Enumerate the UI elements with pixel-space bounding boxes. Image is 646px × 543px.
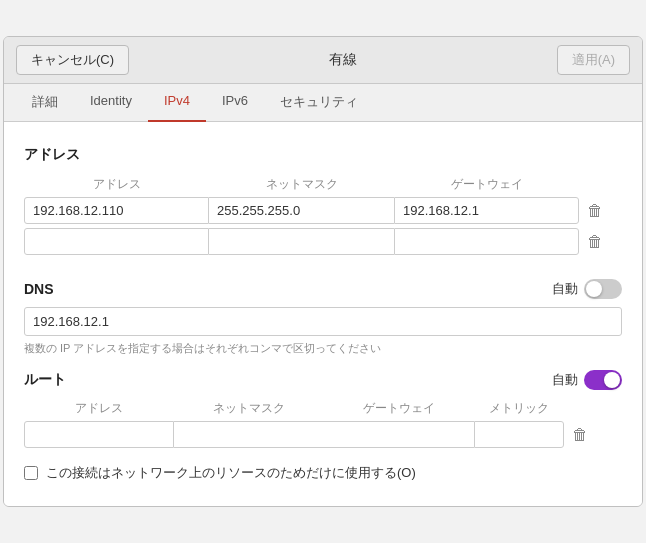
- address-row1-delete-button[interactable]: 🗑: [579, 198, 611, 224]
- window-title: 有線: [329, 51, 357, 69]
- tab-identity[interactable]: Identity: [74, 84, 148, 122]
- address-row2-gateway[interactable]: [394, 228, 579, 255]
- col-header-address: アドレス: [24, 176, 209, 193]
- tab-detail[interactable]: 詳細: [16, 84, 74, 122]
- tab-bar: 詳細 Identity IPv4 IPv6 セキュリティ: [4, 84, 642, 122]
- address-section-title: アドレス: [24, 146, 622, 164]
- address-row2-address[interactable]: [24, 228, 209, 255]
- address-row2-netmask[interactable]: [209, 228, 394, 255]
- network-settings-window: キャンセル(C) 有線 適用(A) 詳細 Identity IPv4 IPv6 …: [3, 36, 643, 507]
- route-col-address: アドレス: [24, 400, 174, 417]
- resource-only-label[interactable]: この接続はネットワーク上のリソースのためだけに使用する(O): [46, 464, 416, 482]
- address-row1-address[interactable]: [24, 197, 209, 224]
- address-row1-gateway[interactable]: [394, 197, 579, 224]
- apply-button[interactable]: 適用(A): [557, 45, 630, 75]
- dns-header-row: DNS 自動: [24, 279, 622, 299]
- address-row-2: 🗑: [24, 228, 622, 255]
- route-row-1: 🗑: [24, 421, 622, 448]
- route-row1-metric[interactable]: [474, 421, 564, 448]
- address-table-header: アドレス ネットマスク ゲートウェイ: [24, 174, 622, 195]
- route-table-header: アドレス ネットマスク ゲートウェイ メトリック: [24, 398, 622, 419]
- route-row1-delete-button[interactable]: 🗑: [564, 422, 596, 448]
- tab-security[interactable]: セキュリティ: [264, 84, 374, 122]
- address-row-1: 🗑: [24, 197, 622, 224]
- address-row2-delete-button[interactable]: 🗑: [579, 229, 611, 255]
- dns-auto-toggle[interactable]: [584, 279, 622, 299]
- route-col-gateway: ゲートウェイ: [324, 400, 474, 417]
- dns-auto-label: 自動: [552, 280, 578, 298]
- route-auto-toggle[interactable]: [584, 370, 622, 390]
- resource-only-checkbox-row: この接続はネットワーク上のリソースのためだけに使用する(O): [24, 464, 622, 490]
- dns-hint: 複数の IP アドレスを指定する場合はそれぞれコンマで区切ってください: [24, 341, 622, 356]
- route-header-row: ルート 自動: [24, 370, 622, 390]
- col-header-gateway: ゲートウェイ: [394, 176, 579, 193]
- tab-ipv4[interactable]: IPv4: [148, 84, 206, 122]
- route-row1-address[interactable]: [24, 421, 174, 448]
- route-section-title: ルート: [24, 371, 66, 389]
- route-row1-netmask[interactable]: [174, 421, 324, 448]
- dns-section-title: DNS: [24, 281, 54, 297]
- route-toggle-knob: [604, 372, 620, 388]
- resource-only-checkbox[interactable]: [24, 466, 38, 480]
- route-col-metric: メトリック: [474, 400, 564, 417]
- route-section: ルート 自動 アドレス ネットマスク ゲートウェイ メトリック: [24, 370, 622, 448]
- route-auto-label: 自動: [552, 371, 578, 389]
- content-area: アドレス アドレス ネットマスク ゲートウェイ 🗑 🗑 DNS: [4, 122, 642, 506]
- route-auto-toggle-wrap: 自動: [552, 370, 622, 390]
- dns-input[interactable]: [24, 307, 622, 336]
- route-row1-gateway[interactable]: [324, 421, 474, 448]
- tab-ipv6[interactable]: IPv6: [206, 84, 264, 122]
- address-row1-netmask[interactable]: [209, 197, 394, 224]
- col-header-netmask: ネットマスク: [209, 176, 394, 193]
- route-col-netmask: ネットマスク: [174, 400, 324, 417]
- dns-auto-toggle-wrap: 自動: [552, 279, 622, 299]
- dns-section: DNS 自動 複数の IP アドレスを指定する場合はそれぞれコンマで区切ってくだ…: [24, 279, 622, 356]
- dns-toggle-knob: [586, 281, 602, 297]
- titlebar: キャンセル(C) 有線 適用(A): [4, 37, 642, 84]
- cancel-button[interactable]: キャンセル(C): [16, 45, 129, 75]
